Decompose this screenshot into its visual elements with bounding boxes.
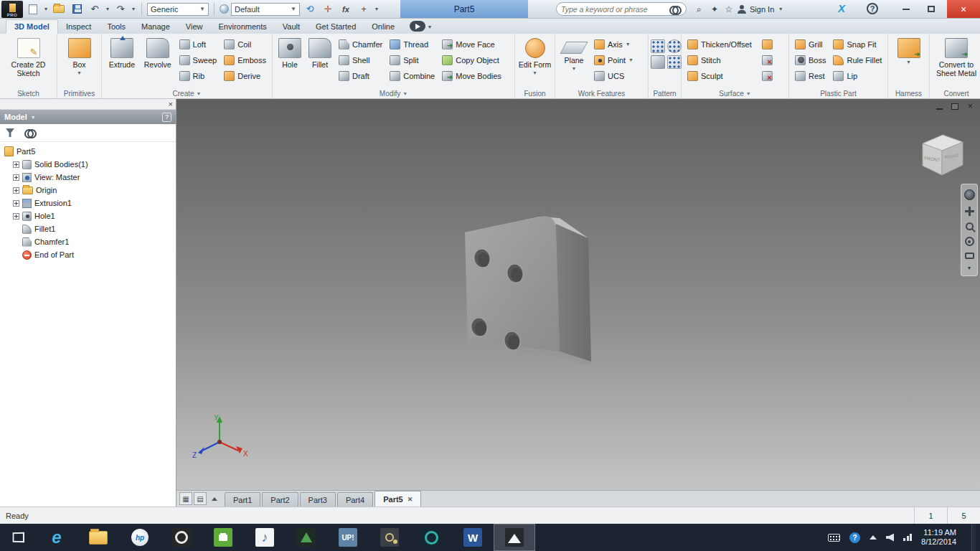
autodesk-exchange-icon[interactable]: X [838,2,845,14]
update-button[interactable]: ⟲ [302,2,318,17]
taskbar-item-store[interactable] [202,524,244,551]
snap-fit-button[interactable]: Snap Fit [829,37,885,52]
chamfer-button[interactable]: Chamfer [335,37,386,52]
new-document-button[interactable] [25,2,41,17]
measure-button[interactable]: ✛ [320,2,336,17]
rest-button[interactable]: Rest [791,68,829,84]
browser-header[interactable]: Model ▼ ? [0,110,176,124]
trim-surface-button[interactable] [758,52,776,68]
doc-close-icon[interactable]: × [967,103,973,110]
tree-item-hole1[interactable]: Hole1 [4,209,176,222]
favorites-star-icon[interactable]: ☆ [722,4,736,14]
zoom-icon[interactable] [966,222,974,230]
grill-button[interactable]: Grill [791,37,829,52]
delete-face-button[interactable] [758,68,776,84]
edit-form-button[interactable]: Edit Form ▼ [519,37,552,75]
tab-get-started[interactable]: Get Started [308,20,364,34]
taskbar-item-internet-explorer[interactable]: e [36,524,77,551]
circular-pattern-icon[interactable] [667,39,682,53]
taskbar-item-music[interactable]: ♪ [244,524,286,551]
parameters-fx-button[interactable]: fx [338,2,354,17]
window-maximize-button[interactable] [920,0,942,18]
community-icon[interactable]: ✦ [707,4,722,14]
appearance-sphere-icon[interactable] [220,4,229,14]
stitch-button[interactable]: Stitch [684,52,755,68]
coil-button[interactable]: Coil [220,37,270,52]
tree-item-chamfer1[interactable]: Chamfer1 [4,235,176,248]
taskbar-item-hp[interactable]: hp [119,524,161,551]
tab-environments[interactable]: Environments [210,20,274,34]
expand-tab-row-button[interactable] [209,492,220,505]
plane-button[interactable]: Plane ▼ [557,37,590,71]
touch-keyboard-icon[interactable] [828,534,840,542]
convert-to-sheet-metal-button[interactable]: Convert to Sheet Metal [932,37,980,77]
shell-button[interactable]: Shell [335,52,386,68]
graphics-viewport[interactable]: × FRONT RIGHT ▼ [176,99,980,507]
taskbar-item-word[interactable]: W [452,524,494,551]
doc-restore-icon[interactable] [951,103,958,110]
rectangular-pattern-icon[interactable] [651,39,665,53]
doc-tab-part1[interactable]: Part1 [225,492,260,507]
cascade-layout-icon[interactable]: ▤ [194,492,207,505]
find-binoculars-icon[interactable] [24,129,37,136]
move-bodies-button[interactable]: Move Bodies [438,68,505,84]
taskbar-item-key-app[interactable] [369,524,410,551]
tree-item-solid-bodies[interactable]: Solid Bodies(1) [4,158,176,171]
tree-item-end-of-part[interactable]: End of Part [4,248,176,261]
taskbar-item-camera[interactable] [161,524,202,551]
extrude-button[interactable]: Extrude [104,37,140,69]
fillet-button[interactable]: Fillet [305,37,335,69]
combine-button[interactable]: Combine [386,68,438,84]
expand-icon[interactable] [13,213,19,220]
tree-item-fillet1[interactable]: Fillet1 [4,222,176,235]
save-button[interactable] [69,2,85,17]
ribbon-options-caret[interactable]: ▾ [428,24,431,30]
sweep-button[interactable]: Sweep [176,52,221,68]
material-select[interactable]: Generic ▼ [147,3,209,16]
group-label-modify[interactable]: Modify▼ [273,90,514,98]
lip-button[interactable]: Lip [829,68,885,84]
split-button[interactable]: Split [386,52,438,68]
part-3d-model[interactable] [455,205,606,377]
tile-layout-icon[interactable]: ▦ [179,492,192,505]
derive-button[interactable]: Derive [220,68,270,84]
sculpt-button[interactable]: Sculpt [684,68,755,84]
revolve-button[interactable]: Revolve [140,37,176,69]
add-command-button[interactable]: + [356,2,372,17]
doc-tab-part3[interactable]: Part3 [300,492,336,507]
group-label-create[interactable]: Create▼ [102,90,272,98]
mirror-icon[interactable] [651,55,665,69]
tab-manage[interactable]: Manage [133,20,178,34]
network-icon[interactable] [903,534,912,541]
thicken-offset-button[interactable]: Thicken/Offset [684,37,755,52]
doc-tab-part4[interactable]: Part4 [337,492,373,507]
window-close-button[interactable]: × [947,0,980,18]
browser-help-icon[interactable]: ? [162,113,171,122]
tray-help-icon[interactable]: ? [849,532,860,543]
taskbar-item-inventor-active[interactable] [494,524,535,551]
help-icon[interactable]: ? [867,3,878,14]
point-button[interactable]: Point▼ [590,52,637,68]
doc-tab-part2[interactable]: Part2 [262,492,298,507]
rule-fillet-button[interactable]: Rule Fillet [829,52,885,68]
show-hidden-icons-chevron[interactable] [870,535,877,540]
tree-item-view-master[interactable]: View: Master [4,171,176,184]
volume-icon[interactable] [886,534,894,542]
loft-button[interactable]: Loft [176,37,221,52]
taskbar-item-tree-app[interactable] [286,524,327,551]
sign-in-button[interactable]: Sign In ▾ [738,0,783,18]
window-minimize-button[interactable] [895,0,917,18]
filter-icon[interactable] [6,128,14,137]
search-binoculars-icon[interactable] [669,6,682,13]
box-button[interactable]: Box ▼ [62,37,98,75]
new-document-caret[interactable]: ▾ [43,6,49,12]
axis-button[interactable]: Axis▼ [590,37,637,52]
taskbar-item-lens-app[interactable] [410,524,452,551]
group-label-surface[interactable]: Surface▼ [682,90,788,98]
boundary-patch-button[interactable] [758,37,776,52]
redo-button[interactable]: ↷ [113,2,128,17]
expand-icon[interactable] [13,161,19,168]
look-at-icon[interactable] [965,253,974,259]
undo-button[interactable]: ↶ [87,2,103,17]
open-button[interactable] [51,2,67,17]
